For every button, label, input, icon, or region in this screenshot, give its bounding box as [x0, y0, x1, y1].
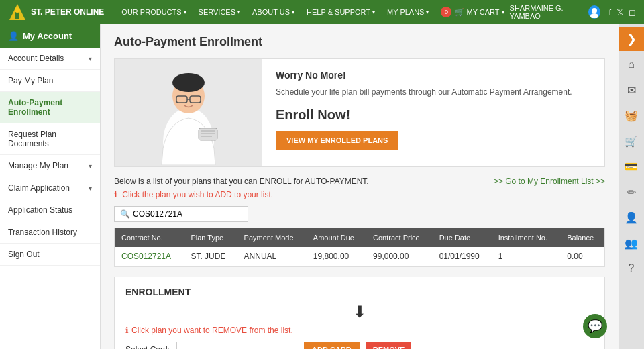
- col-installment-no: Installment No.: [492, 228, 561, 247]
- enrollment-section: Below is a list of your plans that you c…: [114, 177, 605, 199]
- rs-user-btn[interactable]: 👤: [619, 205, 644, 230]
- sidebar-item-request-docs[interactable]: Request Plan Documents: [0, 123, 100, 155]
- layout: 👤 My Account Account Details ▾ Pay My Pl…: [0, 24, 644, 349]
- cell-contract-price: 99,000.00: [366, 247, 433, 266]
- cell-due-date: 01/01/1990: [433, 247, 492, 266]
- rs-help-btn[interactable]: ?: [619, 256, 644, 281]
- sidebar-auto-payment-label: Auto-Payment Enrollment: [8, 98, 92, 117]
- person-illustration: [135, 61, 242, 165]
- rs-cart-btn[interactable]: 🛒: [619, 129, 644, 153]
- svg-point-3: [592, 8, 597, 13]
- col-plan-type: Plan Type: [184, 228, 237, 247]
- top-card-content: Worry No More! Schedule your life plan b…: [262, 59, 604, 166]
- chevron-down-icon: ▾: [426, 9, 429, 15]
- sidebar-item-manage-plan[interactable]: Manage My Plan ▾: [0, 155, 100, 177]
- table-row[interactable]: COS012721A ST. JUDE ANNUAL 19,800.00 99,…: [115, 247, 604, 266]
- rs-email-btn[interactable]: ✉: [619, 78, 644, 102]
- search-icon: 🔍: [120, 209, 130, 219]
- sidebar-item-sign-out[interactable]: Sign Out: [0, 244, 100, 266]
- chevron-down-icon: ▾: [292, 9, 294, 15]
- nav-my-plans-label: MY PLANS: [387, 8, 424, 16]
- cell-contract-no: COS012721A: [115, 247, 184, 266]
- search-input[interactable]: [133, 209, 240, 219]
- rs-home-btn[interactable]: ⌂: [619, 52, 644, 77]
- click-note: Click the plan you wish to ADD to your l…: [122, 190, 273, 199]
- sidebar-account-details-label: Account Details: [8, 54, 64, 63]
- sidebar-sign-out-label: Sign Out: [8, 250, 40, 259]
- rs-group-btn[interactable]: 👥: [619, 231, 644, 255]
- sidebar-manage-plan-label: Manage My Plan: [8, 161, 68, 170]
- sidebar-item-application-status[interactable]: Application Status: [0, 199, 100, 221]
- view-enrolled-plans-button[interactable]: VIEW MY ENROLLED PLANS: [276, 131, 398, 150]
- cell-payment-mode: ANNUAL: [237, 247, 307, 266]
- add-card-button[interactable]: ADD CARD: [304, 342, 360, 349]
- nav-our-products-label: OUR PRODUCTS: [121, 8, 181, 16]
- twitter-icon[interactable]: 𝕏: [616, 7, 623, 17]
- sidebar-transaction-label: Transaction History: [8, 228, 77, 237]
- sidebar-item-pay-my-plan[interactable]: Pay My Plan: [0, 70, 100, 92]
- navbar: ST. PETER ONLINE OUR PRODUCTS ▾ SERVICES…: [0, 0, 644, 24]
- nav-user[interactable]: SHARMAINE G. YAMBAO: [510, 4, 601, 20]
- rs-basket-btn[interactable]: 🧺: [619, 103, 644, 128]
- sidebar-request-docs-label: Request Plan Documents: [8, 130, 92, 148]
- contract-link[interactable]: COS012721A: [121, 252, 171, 261]
- sidebar: 👤 My Account Account Details ▾ Pay My Pl…: [0, 24, 101, 349]
- chevron-right-icon: ▾: [89, 185, 92, 192]
- nav-our-products[interactable]: OUR PRODUCTS ▾: [116, 0, 191, 24]
- svg-point-8: [172, 73, 205, 92]
- top-card-image: [115, 59, 262, 166]
- down-arrow-icon: ⬇: [125, 303, 594, 321]
- worry-desc: Schedule your life plan bill payments th…: [276, 86, 591, 98]
- nav-cart-label: MY CART: [466, 8, 499, 16]
- user-avatar-icon: [588, 5, 600, 19]
- cell-balance: 0.00: [560, 247, 604, 266]
- error-icon: ℹ: [114, 190, 117, 199]
- sidebar-app-status-label: Application Status: [8, 205, 72, 215]
- sidebar-item-claim-application[interactable]: Claim Application ▾: [0, 177, 100, 199]
- error-circle-icon: ℹ: [125, 326, 129, 335]
- chevron-right-icon: ▾: [89, 55, 92, 62]
- worry-title: Worry No More!: [276, 70, 591, 81]
- rs-edit-btn[interactable]: ✏: [619, 180, 644, 204]
- main-content: Auto-Payment Enrollment: [101, 24, 619, 349]
- sidebar-header: 👤 My Account: [0, 24, 100, 48]
- select-card-label: Select Card:: [125, 345, 170, 349]
- chevron-down-icon: ▾: [372, 9, 375, 15]
- contracts-table: Contract No. Plan Type Payment Mode Amou…: [115, 228, 604, 266]
- list-text: Below is a list of your plans that you c…: [114, 177, 369, 186]
- chevron-down-icon: ▾: [237, 9, 240, 15]
- instagram-icon[interactable]: ◻: [629, 7, 636, 17]
- nav-cart[interactable]: 0 🛒 MY CART ▾: [435, 0, 509, 24]
- cell-plan-type: ST. JUDE: [184, 247, 237, 266]
- right-sidebar: ❯ ⌂ ✉ 🧺 🛒 💳 ✏ 👤 👥 ?: [619, 24, 644, 349]
- enrollment-row: Select Card: ADD CARD REMOVE: [125, 342, 594, 349]
- remove-note: Click plan you want to REMOVE from the l…: [131, 326, 293, 335]
- enrollment-box-title: ENROLLMENT: [125, 287, 594, 297]
- nav-username: SHARMAINE G. YAMBAO: [510, 4, 586, 20]
- card-select[interactable]: [176, 342, 297, 349]
- nav-my-plans[interactable]: MY PLANS ▾: [382, 0, 434, 24]
- enrollment-box: ENROLLMENT ⬇ ℹ Click plan you want to RE…: [114, 277, 605, 349]
- my-account-icon: 👤: [8, 31, 19, 41]
- nav-help-support[interactable]: HELP & SUPPORT ▾: [301, 0, 380, 24]
- sidebar-item-auto-payment[interactable]: Auto-Payment Enrollment: [0, 92, 100, 123]
- rs-chevron-btn[interactable]: ❯: [619, 27, 644, 51]
- brand[interactable]: ST. PETER ONLINE: [8, 3, 104, 21]
- sidebar-item-account-details[interactable]: Account Details ▾: [0, 48, 100, 70]
- chat-button[interactable]: 💬: [583, 314, 607, 338]
- nav-services[interactable]: SERVICES ▾: [193, 0, 246, 24]
- enroll-title: Enroll Now!: [276, 107, 591, 123]
- facebook-icon[interactable]: f: [608, 7, 611, 17]
- top-card: Worry No More! Schedule your life plan b…: [114, 58, 605, 167]
- col-payment-mode: Payment Mode: [237, 228, 307, 247]
- cell-amount-due: 19,800.00: [307, 247, 366, 266]
- brand-name: ST. PETER ONLINE: [31, 7, 104, 17]
- go-enrollment-list-link[interactable]: >> Go to My Enrollment List >>: [494, 177, 605, 186]
- chevron-down-icon: ▾: [502, 9, 504, 15]
- nav-about-us[interactable]: ABOUT US ▾: [247, 0, 300, 24]
- rs-card-btn[interactable]: 💳: [619, 154, 644, 179]
- sidebar-item-transaction-history[interactable]: Transaction History: [0, 221, 100, 244]
- remove-button[interactable]: REMOVE: [366, 342, 412, 349]
- nav-services-label: SERVICES: [199, 8, 235, 16]
- social-links: f 𝕏 ◻: [608, 7, 636, 17]
